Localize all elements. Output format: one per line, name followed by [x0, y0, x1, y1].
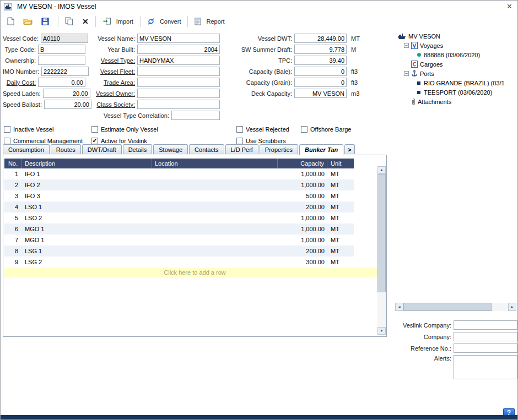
- cell-no: 3: [4, 190, 22, 201]
- vessel-name-field[interactable]: [137, 34, 220, 43]
- reference-no-field[interactable]: [454, 343, 517, 353]
- tab-scroll-right-button[interactable]: >: [344, 144, 354, 154]
- delete-button[interactable]: ✕: [79, 15, 92, 28]
- cell-location: [152, 246, 278, 257]
- class-society-field[interactable]: [137, 100, 220, 109]
- vessel-owner-link[interactable]: Vessel Owner:: [72, 90, 137, 97]
- checkbox-use-scrubbers[interactable]: Use Scrubbers: [236, 137, 286, 145]
- checkbox-offshore-barge[interactable]: Offshore Barge: [301, 126, 351, 133]
- cell-unit: MT: [327, 179, 354, 190]
- tree-item-cargoes[interactable]: Cargoes: [394, 59, 517, 69]
- bunker-tanks-panel: No. Description Location Capacity Unit 1…: [3, 155, 387, 337]
- checkbox-commercial-management[interactable]: Commercial Management: [4, 137, 83, 145]
- collapse-icon[interactable]: −: [404, 71, 409, 76]
- import-label: Import: [116, 18, 133, 25]
- sw-summer-draft-field[interactable]: [294, 45, 347, 54]
- vessel-fleet-link[interactable]: Vessel Fleet:: [72, 68, 137, 75]
- tab-stowage[interactable]: Stowage: [153, 144, 188, 154]
- cell-no: 2: [4, 179, 22, 190]
- tree-item-port-teesport[interactable]: TEESPORT (03/06/2020): [394, 88, 517, 97]
- year-built-field[interactable]: [137, 45, 220, 54]
- tab-ld-perf[interactable]: L/D Perf: [225, 144, 258, 154]
- scroll-left-icon[interactable]: ◄: [395, 303, 403, 311]
- capacity-bale-field[interactable]: [294, 67, 347, 76]
- cell-no: 5: [4, 212, 22, 223]
- scrollbar-thumb[interactable]: [403, 303, 492, 311]
- tab-consumption[interactable]: Consumption: [3, 144, 50, 154]
- close-icon[interactable]: ×: [507, 1, 512, 12]
- tab-properties[interactable]: Properties: [260, 144, 298, 154]
- tab-contacts[interactable]: Contacts: [189, 144, 224, 154]
- checkbox-box: [4, 138, 10, 144]
- checkbox-label: Use Scrubbers: [246, 138, 286, 144]
- tree-item-ports[interactable]: − Ports: [394, 69, 517, 78]
- save-button[interactable]: [38, 15, 55, 28]
- scroll-down-icon[interactable]: ▼: [377, 327, 386, 335]
- open-button[interactable]: [20, 15, 38, 27]
- tab-dwt-draft[interactable]: DWT/Draft: [82, 144, 122, 154]
- trade-area-field[interactable]: [137, 78, 220, 87]
- vessel-type-link[interactable]: Vessel Type:: [72, 57, 137, 64]
- cell-unit: MT: [327, 234, 354, 246]
- tree-item-voyage-888888[interactable]: 888888 (03/06/2020): [394, 50, 517, 59]
- checkbox-vessel-rejected[interactable]: Vessel Rejected: [236, 126, 289, 133]
- tree-item-port-rio-grande[interactable]: RIO GRANDE (BRAZIL) (03/1: [394, 78, 517, 88]
- veslink-company-field[interactable]: [454, 320, 517, 330]
- deck-capacity-field[interactable]: [294, 89, 347, 98]
- tree-item-attachments[interactable]: Attachments: [394, 97, 517, 106]
- checkbox-active-for-veslink[interactable]: Active for Veslink: [91, 137, 147, 145]
- copy-button[interactable]: [62, 15, 79, 28]
- header-description: Description: [22, 159, 152, 168]
- scrollbar-thumb[interactable]: [377, 174, 386, 292]
- scroll-right-icon[interactable]: ►: [508, 303, 516, 311]
- add-row-button[interactable]: Click here to add a row: [4, 268, 385, 277]
- import-button[interactable]: Import: [99, 15, 137, 27]
- vessel-type-correlation-field[interactable]: [171, 111, 220, 120]
- table-row[interactable]: 5LSO 21,000.00MT: [4, 212, 354, 223]
- vessel-tree: MV VESON − Voyages 888888 (03/06/2020) C…: [394, 31, 517, 106]
- company-field[interactable]: [454, 332, 517, 341]
- class-society-link[interactable]: Class Society:: [72, 101, 137, 108]
- vessel-fleet-field[interactable]: [137, 67, 220, 76]
- table-row[interactable]: 8LSG 1200.00MT: [4, 246, 354, 257]
- checkbox-box: [4, 126, 10, 133]
- port-bullet-icon: [417, 91, 420, 94]
- grid-vertical-scrollbar[interactable]: ▲ ▼: [377, 166, 386, 335]
- table-row[interactable]: 6MGO 11,000.00MT: [4, 223, 354, 234]
- table-row[interactable]: 7MGO 11,000.00MT: [4, 234, 354, 246]
- tab-strip: ConsumptionRoutesDWT/DraftDetailsStowage…: [3, 144, 356, 154]
- trade-area-link[interactable]: Trade Area:: [72, 79, 137, 86]
- capacity-grain-field[interactable]: [294, 78, 347, 87]
- table-row[interactable]: 3IFO 3500.00MT: [4, 190, 354, 201]
- report-button[interactable]: Report: [191, 15, 228, 28]
- table-row[interactable]: 1IFO 11,000.00MT: [4, 168, 354, 179]
- vessel-dwt-field[interactable]: [294, 34, 347, 43]
- cargoes-icon: [411, 61, 418, 68]
- convert-button[interactable]: Convert: [144, 15, 185, 28]
- tree-item-voyages[interactable]: − Voyages: [394, 41, 517, 50]
- tab-routes[interactable]: Routes: [51, 144, 81, 154]
- tab-bunker-tanks[interactable]: Bunker Tan: [299, 144, 343, 155]
- table-row[interactable]: 2IFO 21,000.00MT: [4, 179, 354, 190]
- toolbar-separator: [140, 16, 141, 27]
- tpc-field[interactable]: [294, 56, 347, 65]
- table-row[interactable]: 4LSO 1200.00MT: [4, 201, 354, 212]
- scroll-up-icon[interactable]: ▲: [377, 166, 386, 174]
- table-row[interactable]: 9LSG 2300.00MT: [4, 257, 354, 268]
- cell-unit: MT: [327, 168, 354, 179]
- tree-horizontal-scrollbar[interactable]: ◄ ►: [395, 303, 516, 311]
- vessel-type-field[interactable]: [137, 56, 220, 65]
- vessel-owner-field[interactable]: [137, 89, 220, 98]
- voyages-icon: [411, 42, 418, 49]
- sw-summer-draft-label: SW Summer Draft:: [228, 46, 294, 53]
- vessel-code-label: Vessel Code:: [3, 35, 41, 42]
- new-button[interactable]: [4, 15, 20, 28]
- daily-cost-link[interactable]: Daily Cost:: [3, 79, 38, 86]
- checkbox-estimate-only-vessel[interactable]: Estimate Only Vessel: [91, 126, 158, 133]
- alerts-field[interactable]: [454, 355, 517, 379]
- tree-root-vessel[interactable]: MV VESON: [394, 31, 517, 41]
- convert-label: Convert: [160, 18, 181, 25]
- tab-details[interactable]: Details: [123, 144, 153, 154]
- collapse-icon[interactable]: −: [404, 43, 409, 48]
- checkbox-inactive-vessel[interactable]: Inactive Vessel: [4, 126, 53, 133]
